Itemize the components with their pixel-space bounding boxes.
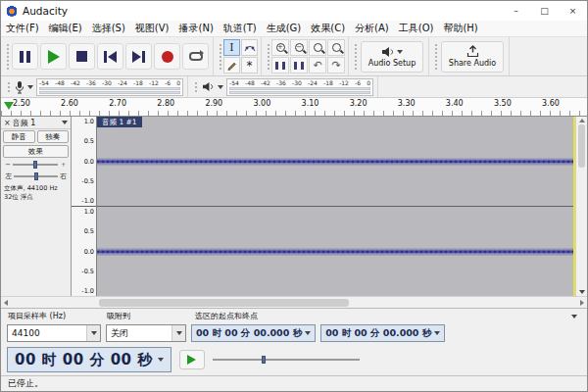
share-audio-button[interactable]: Share Audio [441, 41, 504, 73]
play-at-speed-button[interactable] [179, 350, 205, 369]
zoom-toggle-button[interactable] [327, 39, 345, 56]
menu-item[interactable]: 帮助(H) [438, 22, 482, 35]
multi-tool-icon: * [247, 60, 253, 72]
recording-meter[interactable]: -54-48-42-36-30-24-18-12-60 [36, 78, 183, 96]
toolbar-grip[interactable] [218, 43, 222, 70]
scroll-right-icon[interactable] [580, 300, 584, 306]
audio-setup-button[interactable]: Audio Setup [361, 41, 423, 73]
menu-item[interactable]: 效果(C) [306, 22, 350, 35]
undo-button[interactable]: ↶ [309, 57, 326, 74]
toolbar-grip[interactable] [5, 43, 10, 70]
menu-item[interactable]: 分析(A) [350, 22, 394, 35]
gain-slider-thumb[interactable] [33, 161, 37, 169]
play-speed-slider[interactable] [213, 353, 360, 367]
play-button[interactable] [40, 43, 67, 70]
microphone-icon[interactable] [15, 80, 24, 94]
redo-button[interactable]: ↷ [327, 57, 345, 74]
menu-item[interactable]: 选择(S) [87, 22, 130, 35]
zoom-in-button[interactable]: + [271, 39, 289, 56]
selection-end-field[interactable]: 00 时 00 分 00.000 秒 [320, 324, 445, 342]
play-speed-track[interactable] [213, 359, 360, 361]
pan-slider-track[interactable] [14, 175, 58, 177]
track-menu-icon[interactable] [62, 121, 68, 124]
chevron-down-icon[interactable] [434, 331, 440, 335]
track-control-panel: × 音频 1 静音 独奏 效果 − ＋ 左 右 立体声, 44100 Hz 3 [1, 117, 72, 296]
zoom-selection-button[interactable] [309, 39, 326, 56]
snap-to-label: 吸附到 [107, 311, 195, 321]
chevron-down-icon[interactable] [172, 325, 185, 341]
play-speed-thumb[interactable] [262, 356, 266, 364]
toolbar-grip[interactable] [266, 43, 270, 70]
vertical-scale-ruler[interactable]: 1.0 0.5 0.0 -0.5 -1.0 1.0 0.5 0.0 -0.5 -… [72, 117, 97, 296]
gain-slider-track[interactable] [13, 164, 58, 166]
play-icon [48, 50, 60, 64]
snap-to-value: 关闭 [107, 327, 172, 340]
toolbar-grip[interactable] [193, 81, 198, 92]
waveform-left-channel[interactable] [97, 117, 573, 207]
menu-item[interactable]: 视图(V) [130, 22, 174, 35]
meter-scale-label: -30 [102, 80, 112, 86]
audio-position-field[interactable]: 00 时 00 分 00 秒 [7, 347, 172, 372]
vertical-scroll-thumb[interactable] [578, 124, 585, 168]
menu-item[interactable]: 工具(O) [394, 22, 439, 35]
horizontal-scroll-thumb[interactable] [99, 299, 349, 307]
gain-slider[interactable]: − ＋ [1, 159, 71, 171]
toolbar-grip[interactable] [433, 43, 438, 70]
mute-button[interactable]: 静音 [3, 130, 35, 143]
stop-button[interactable] [69, 43, 95, 70]
playback-meter[interactable]: -54-48-42-36-30-24-18-12-60 [226, 78, 373, 96]
maximize-button[interactable]: □ [530, 1, 559, 21]
silence-audio-button[interactable] [290, 57, 308, 74]
effects-button[interactable]: 效果 [3, 145, 69, 158]
minimize-button[interactable]: – [502, 1, 530, 21]
speaker-icon[interactable] [202, 81, 215, 92]
toolbar-grip[interactable] [353, 43, 358, 70]
toolbar-grip[interactable] [6, 81, 11, 92]
scroll-up-icon[interactable] [579, 119, 585, 122]
skip-to-end-button[interactable] [125, 43, 152, 70]
pan-slider-thumb[interactable] [34, 172, 38, 180]
waveform-canvas[interactable]: 音频 1 #1 [97, 117, 575, 296]
scale-label: -0.5 [81, 268, 94, 275]
solo-button[interactable]: 独奏 [37, 130, 70, 143]
horizontal-scrollbar[interactable] [1, 296, 587, 308]
timeline-ruler[interactable]: 2.502.602.702.802.903.003.103.203.303.40… [1, 98, 587, 117]
snap-to-combobox[interactable]: 关闭 [106, 324, 186, 342]
multi-tool-button[interactable]: * [241, 57, 258, 74]
zoom-out-button[interactable]: − [290, 39, 308, 56]
menu-item[interactable]: 生成(G) [262, 22, 307, 35]
pause-button[interactable] [12, 43, 38, 70]
chevron-down-icon[interactable] [158, 358, 164, 362]
chevron-down-icon[interactable] [305, 331, 311, 335]
timeline-label: 3.50 [494, 99, 512, 108]
chevron-down-icon[interactable] [86, 325, 100, 341]
project-rate-combobox[interactable]: 44100 [7, 324, 101, 342]
waveform-right-channel[interactable] [97, 207, 573, 296]
draw-tool-button[interactable] [223, 57, 240, 74]
selection-start-field[interactable]: 00 时 00 分 00.000 秒 [191, 324, 316, 342]
selection-tool-button[interactable]: I [223, 39, 240, 56]
pan-slider[interactable]: 左 右 [1, 171, 71, 182]
menu-item[interactable]: 播录(N) [174, 22, 219, 35]
vertical-scrollbar[interactable] [575, 117, 587, 296]
scroll-left-icon[interactable] [4, 300, 8, 306]
trim-audio-button[interactable] [271, 57, 289, 74]
close-button[interactable]: × [559, 1, 587, 21]
title-bar: Audacity – □ × [1, 1, 587, 21]
scroll-down-icon[interactable] [579, 290, 585, 294]
meter-scale-label: -48 [55, 80, 65, 86]
chevron-down-icon[interactable] [27, 85, 33, 89]
chevron-down-icon[interactable] [218, 85, 223, 89]
menu-item[interactable]: 编辑(E) [44, 22, 87, 35]
track-close-button[interactable]: × [4, 119, 11, 127]
menu-item[interactable]: 轨道(T) [219, 22, 262, 35]
track-name[interactable]: 音频 1 [13, 118, 60, 128]
loop-button[interactable] [182, 43, 209, 70]
selection-mode-dropdown[interactable]: 选区的起点和终点 [195, 311, 587, 321]
envelope-tool-button[interactable] [241, 39, 258, 56]
selection-start-value: 00 时 00 分 00.000 秒 [196, 327, 302, 340]
menu-item[interactable]: 文件(F) [1, 22, 44, 35]
record-button[interactable] [154, 43, 180, 70]
skip-to-start-button[interactable] [97, 43, 123, 70]
track-name-badge[interactable]: 音频 1 #1 [97, 117, 142, 127]
